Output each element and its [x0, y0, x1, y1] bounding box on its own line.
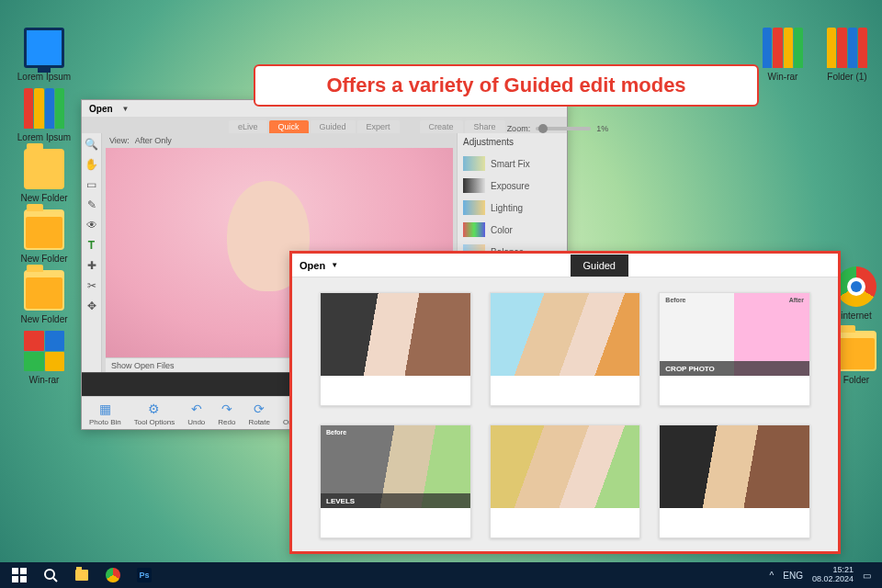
text-tool-icon[interactable]: T [85, 238, 99, 253]
editor-tabs: eLive Quick Guided Expert Create Share Z… [82, 117, 567, 133]
select-tool-icon[interactable]: ▭ [85, 177, 99, 192]
guided-card-levels[interactable]: Before LEVELS [320, 424, 471, 538]
eyedropper-icon[interactable]: ✎ [85, 198, 99, 212]
icon-label: New Folder [17, 254, 72, 264]
guided-card-1[interactable] [320, 292, 471, 406]
after-label: After [789, 297, 804, 303]
file-explorer-icon [75, 570, 88, 581]
svg-rect-2 [12, 576, 18, 582]
move-tool-icon[interactable]: ✥ [85, 299, 99, 313]
desktop-icon-folder[interactable]: New Folder [17, 149, 72, 203]
notifications-icon[interactable]: ▭ [863, 571, 871, 581]
language-indicator[interactable]: ENG [783, 571, 803, 581]
desktop-icon-binders-3[interactable]: Folder (1) [820, 28, 875, 82]
card-strip: CROP PHOTO [660, 361, 809, 376]
desktop-icon-folder-open[interactable]: New Folder [17, 209, 72, 264]
adj-smart-fix[interactable]: Smart Fix [463, 153, 561, 175]
tab-guided[interactable]: Guided [311, 120, 356, 133]
start-button[interactable] [4, 562, 35, 588]
adj-color[interactable]: Color [463, 219, 561, 241]
explorer-button[interactable] [66, 562, 97, 588]
chevron-down-icon[interactable]: ▼ [331, 261, 338, 269]
chrome-button[interactable] [97, 562, 129, 588]
folder-open-icon [24, 270, 64, 311]
photo-bin-button[interactable]: ▦Photo Bin [89, 401, 121, 426]
before-label: Before [665, 297, 685, 303]
svg-rect-1 [20, 568, 27, 574]
zoom-value: 1% [596, 124, 608, 133]
desktop-icon-winrar[interactable]: Win-rar [17, 331, 72, 385]
clock[interactable]: 15:21 08.02.2024 [812, 566, 854, 584]
view-value[interactable]: After Only [135, 136, 172, 145]
menu-open[interactable]: Open [89, 104, 113, 114]
zoom-control: Zoom: 1% [507, 124, 609, 133]
photoshop-button[interactable]: Ps [129, 562, 160, 588]
tab-share[interactable]: Share [465, 120, 505, 133]
svg-point-4 [45, 570, 54, 579]
icon-label: Win-rar [17, 375, 72, 385]
binders-icon [827, 28, 867, 68]
guided-window: Open ▼ Guided Before After CROP PHOTO Be… [289, 251, 841, 554]
svg-rect-3 [20, 576, 27, 582]
tab-expert[interactable]: Expert [357, 120, 400, 133]
icon-label: Win-rar [755, 72, 810, 82]
chevron-down-icon[interactable]: ▼ [122, 105, 130, 113]
guided-card-2[interactable] [490, 292, 641, 406]
winrar-icon [24, 331, 64, 371]
guided-card-crop[interactable]: Before After CROP PHOTO [659, 292, 810, 406]
svg-rect-0 [12, 568, 18, 574]
photoshop-icon: Ps [137, 568, 152, 582]
zoom-slider[interactable] [536, 127, 591, 130]
binders-icon [24, 88, 64, 129]
guided-menubar: Open ▼ Guided [292, 254, 838, 277]
redo-button[interactable]: ↷Redo [218, 401, 235, 426]
adj-exposure[interactable]: Exposure [463, 175, 561, 197]
tray-chevron-icon[interactable]: ^ [770, 571, 775, 581]
search-button[interactable] [35, 562, 66, 588]
monitor-icon [24, 28, 64, 68]
heal-tool-icon[interactable]: ✚ [85, 258, 99, 273]
before-label: Before [326, 429, 346, 435]
crop-tool-icon[interactable]: ✂ [85, 278, 99, 293]
zoom-label: Zoom: [507, 124, 531, 133]
svg-line-5 [53, 578, 57, 582]
desktop-icon-monitor[interactable]: Lorem Ipsum [17, 28, 72, 82]
desktop-icon-binders[interactable]: Lorem Ipsum [17, 88, 72, 142]
binders-icon [763, 28, 803, 68]
guided-card-5[interactable] [490, 424, 641, 538]
icon-label: New Folder [17, 193, 72, 203]
folder-open-icon [836, 331, 876, 371]
card-strip: LEVELS [321, 493, 470, 508]
icon-label: Folder (1) [820, 72, 875, 82]
tool-options-button[interactable]: ⚙Tool Options [134, 401, 175, 426]
undo-button[interactable]: ↶Undo [187, 401, 205, 426]
chrome-icon [836, 266, 876, 307]
redeye-tool-icon[interactable]: 👁 [85, 218, 99, 232]
folder-icon [24, 149, 64, 189]
guided-card-6[interactable] [659, 424, 810, 538]
feature-callout: Offers a variety of Guided edit modes [254, 64, 759, 107]
tool-strip: 🔍 ✋ ▭ ✎ 👁 T ✚ ✂ ✥ [82, 133, 102, 372]
zoom-tool-icon[interactable]: 🔍 [85, 137, 99, 152]
view-label: View: [109, 136, 130, 145]
adjustments-title: Adjustments [463, 137, 561, 147]
icon-label: New Folder [17, 314, 72, 324]
hand-tool-icon[interactable]: ✋ [85, 157, 99, 172]
taskbar: Ps ^ ENG 15:21 08.02.2024 ▭ [0, 562, 882, 588]
icon-label: Lorem Ipsum [17, 132, 72, 142]
desktop-icon-folder-open2[interactable]: New Folder [17, 270, 72, 324]
guided-open[interactable]: Open [300, 260, 325, 271]
guided-tab[interactable]: Guided [571, 254, 628, 277]
desktop-icon-binders-2[interactable]: Win-rar [755, 28, 810, 82]
adj-lighting[interactable]: Lighting [463, 197, 561, 219]
icon-label: Lorem Ipsum [17, 72, 72, 82]
tab-create[interactable]: Create [420, 120, 463, 133]
guided-gallery: Before After CROP PHOTO Before LEVELS [292, 277, 838, 553]
rotate-button[interactable]: ⟳Rotate [248, 401, 270, 426]
tab-elive[interactable]: eLive [229, 120, 267, 133]
folder-open-icon [24, 209, 64, 250]
tab-quick[interactable]: Quick [269, 120, 309, 133]
chrome-icon [106, 568, 120, 582]
